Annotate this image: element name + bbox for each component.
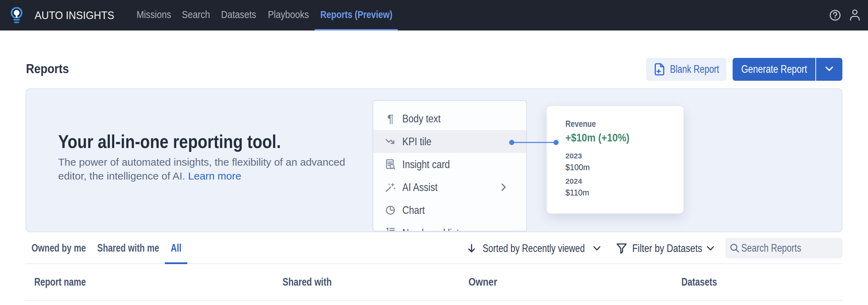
page-title: Reports — [26, 62, 69, 76]
nav-item-label: Datasets — [221, 9, 256, 20]
submenu-chevron-right-icon — [500, 183, 507, 192]
hero-body: The power of automated insights, the fle… — [58, 155, 348, 183]
nav-item-label: Search — [182, 9, 210, 20]
tab-label: All — [171, 242, 181, 254]
column-report-name: Report name — [34, 276, 86, 288]
tab-owned-by-me[interactable]: Owned by me — [26, 239, 91, 264]
filter-chevron-down-icon — [707, 246, 714, 251]
tabs: Owned by me Shared with me All — [26, 239, 187, 264]
kpi-year-2023: 2023 — [565, 152, 582, 160]
reports-page: AUTO INSIGHTS Missions Search Datasets P… — [0, 0, 868, 305]
nav-item-datasets[interactable]: Datasets — [215, 0, 262, 31]
insight-card-icon — [384, 158, 397, 171]
search-input[interactable] — [741, 242, 819, 254]
tab-all[interactable]: All — [165, 239, 187, 264]
nav-item-label: Reports (Preview) — [320, 9, 392, 20]
menu-item-label: KPI tile — [402, 135, 431, 148]
tab-shared-with-me[interactable]: Shared with me — [91, 239, 165, 264]
menu-item-numbered-list[interactable]: Numbered list — [373, 221, 526, 232]
pilcrow-icon: ¶ — [384, 112, 397, 125]
menu-item-label: Chart — [402, 204, 425, 217]
arrow-down-icon — [468, 243, 475, 254]
element-menu: ¶ Body text KPI tile — [373, 100, 527, 232]
document-plus-icon — [653, 63, 666, 76]
nav-item-search[interactable]: Search — [177, 0, 215, 31]
generate-report-button[interactable]: Generate Report — [733, 58, 815, 81]
chevron-down-icon — [824, 66, 834, 73]
nav-item-missions[interactable]: Missions — [131, 0, 177, 31]
connector-line — [509, 139, 560, 146]
navbar-right — [827, 0, 862, 31]
tab-label: Shared with me — [97, 242, 159, 254]
menu-item-body-text[interactable]: ¶ Body text — [373, 107, 526, 130]
numbered-list-icon — [384, 227, 397, 232]
table-header-divider — [26, 300, 842, 301]
kpi-value-2024: $110m — [565, 188, 589, 198]
filter-funnel-icon — [616, 243, 627, 254]
menu-item-insight-card[interactable]: Insight card — [373, 153, 526, 176]
column-shared-with: Shared with — [283, 276, 332, 288]
user-icon — [849, 9, 861, 21]
tab-label: Owned by me — [32, 242, 86, 254]
search-icon — [730, 243, 740, 253]
column-owner: Owner — [468, 276, 497, 288]
generate-report-dropdown-button[interactable] — [815, 58, 842, 81]
menu-item-label: Body text — [402, 112, 441, 125]
menu-item-ai-assist[interactable]: AI Assist — [373, 176, 526, 199]
nav-item-label: Missions — [137, 9, 171, 20]
magic-wand-icon — [384, 181, 397, 193]
account-button[interactable] — [847, 8, 862, 23]
brand-name: AUTO INSIGHTS — [35, 9, 114, 22]
kpi-title: Revenue — [565, 119, 596, 129]
page-actions: Blank Report Generate Report — [646, 58, 842, 81]
generate-report-label: Generate Report — [741, 63, 807, 76]
learn-more-link[interactable]: Learn more — [188, 170, 241, 182]
sort-label: Sorted by Recently viewed — [483, 242, 585, 255]
blank-report-button[interactable]: Blank Report — [646, 58, 726, 81]
filter-label: Filter by Datasets — [632, 242, 702, 255]
menu-item-label: Insight card — [402, 158, 450, 171]
pie-chart-icon — [384, 204, 397, 216]
menu-item-label: AI Assist — [402, 181, 438, 194]
nav-item-label: Playbooks — [268, 9, 309, 20]
kpi-year-2024: 2024 — [565, 177, 582, 185]
menu-item-chart[interactable]: Chart — [373, 199, 526, 221]
element-menu-list: ¶ Body text KPI tile — [373, 107, 526, 232]
hero-heading: Your all-in-one reporting tool. — [58, 131, 281, 152]
help-icon — [829, 9, 841, 21]
generate-report-split-button: Generate Report — [733, 58, 842, 81]
sort-dropdown[interactable]: Sorted by Recently viewed — [468, 241, 601, 256]
menu-item-kpi-tile[interactable]: KPI tile — [373, 130, 526, 153]
kpi-delta: +$10m (+10%) — [565, 131, 629, 144]
top-navbar: AUTO INSIGHTS Missions Search Datasets P… — [0, 0, 868, 31]
brand[interactable]: AUTO INSIGHTS — [8, 0, 120, 31]
nav-item-playbooks[interactable]: Playbooks — [262, 0, 315, 31]
filter-dropdown[interactable]: Filter by Datasets — [616, 241, 714, 256]
kpi-value-2023: $100m — [565, 163, 590, 172]
search-box — [725, 238, 842, 259]
sort-chevron-down-icon — [593, 246, 601, 251]
primary-nav: Missions Search Datasets Playbooks Repor… — [131, 0, 398, 31]
kpi-trend-icon — [384, 135, 397, 148]
column-datasets: Datasets — [681, 276, 717, 288]
blank-report-label: Blank Report — [670, 63, 719, 76]
help-button[interactable] — [827, 8, 843, 23]
nav-item-reports-preview[interactable]: Reports (Preview) — [315, 0, 398, 31]
menu-item-label: Numbered list — [402, 227, 459, 232]
lightbulb-logo-icon — [8, 0, 25, 31]
